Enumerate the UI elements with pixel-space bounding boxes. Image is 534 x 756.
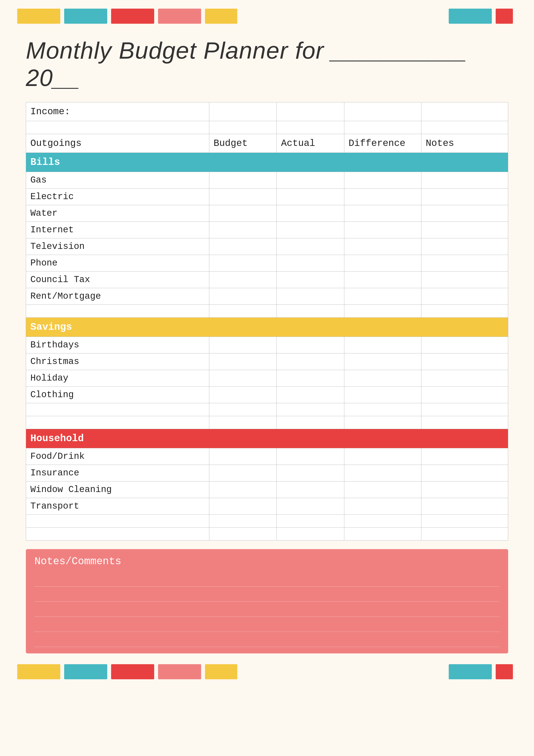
income-diff <box>344 102 421 121</box>
top-bar-yellow <box>17 9 60 24</box>
row-electric: Electric <box>26 189 508 205</box>
label-window-cleaning: Window Cleaning <box>26 481 209 498</box>
label-holiday: Holiday <box>26 370 209 387</box>
row-council-tax: Council Tax <box>26 272 508 288</box>
row-insurance: Insurance <box>26 465 508 481</box>
main-content: Income: Outgoings Budget Actual Differen… <box>0 102 534 653</box>
row-christmas: Christmas <box>26 353 508 370</box>
notes-line-4 <box>35 617 499 632</box>
label-gas: Gas <box>26 172 209 189</box>
top-bar-red <box>111 9 154 24</box>
notes-line-5 <box>35 632 499 647</box>
blank-row-4 <box>26 416 508 429</box>
row-water: Water <box>26 205 508 222</box>
bills-label: Bills <box>26 153 508 172</box>
category-bills: Bills <box>26 153 508 172</box>
gas-budget <box>209 172 276 189</box>
label-phone: Phone <box>26 255 209 272</box>
label-internet: Internet <box>26 222 209 238</box>
label-transport: Transport <box>26 498 209 515</box>
top-bar-red2 <box>496 9 513 24</box>
notes-lines <box>35 572 499 647</box>
notes-title: Notes/Comments <box>35 555 499 567</box>
blank-row-3 <box>26 403 508 416</box>
label-clothing: Clothing <box>26 387 209 403</box>
row-clothing: Clothing <box>26 387 508 403</box>
household-label: Household <box>26 429 508 448</box>
bottom-bar-red2 <box>496 664 513 679</box>
col-actual: Actual <box>277 134 344 153</box>
row-gas: Gas <box>26 172 508 189</box>
blank-row-2 <box>26 305 508 318</box>
page-title: Monthly Budget Planner for __________ 20… <box>26 37 508 92</box>
label-water: Water <box>26 205 209 222</box>
bottom-bar-red <box>111 664 154 679</box>
label-electric: Electric <box>26 189 209 205</box>
bottom-bar-pink <box>158 664 201 679</box>
income-label: Income: <box>26 102 209 121</box>
row-transport: Transport <box>26 498 508 515</box>
col-budget: Budget <box>209 134 276 153</box>
col-difference: Difference <box>344 134 421 153</box>
top-bar-teal2 <box>449 9 492 24</box>
label-rent-mortgage: Rent/Mortgage <box>26 288 209 305</box>
notes-section: Notes/Comments <box>26 549 508 653</box>
bottom-bar-teal <box>64 664 107 679</box>
top-bar-yellow2 <box>205 9 237 24</box>
label-birthdays: Birthdays <box>26 337 209 353</box>
row-holiday: Holiday <box>26 370 508 387</box>
label-insurance: Insurance <box>26 465 209 481</box>
blank-row-1 <box>26 121 508 134</box>
blank-row-5 <box>26 515 508 527</box>
top-bar-teal <box>64 9 107 24</box>
top-decorative-bars <box>0 0 534 24</box>
row-birthdays: Birthdays <box>26 337 508 353</box>
row-phone: Phone <box>26 255 508 272</box>
row-internet: Internet <box>26 222 508 238</box>
col-outgoings: Outgoings <box>26 134 209 153</box>
gas-diff <box>344 172 421 189</box>
bottom-decorative-bars <box>0 653 534 688</box>
bottom-bar-yellow <box>17 664 60 679</box>
notes-line-3 <box>35 602 499 617</box>
label-council-tax: Council Tax <box>26 272 209 288</box>
row-rent-mortgage: Rent/Mortgage <box>26 288 508 305</box>
label-food-drink: Food/Drink <box>26 448 209 465</box>
row-television: Television <box>26 238 508 255</box>
blank-row-6 <box>26 527 508 540</box>
label-television: Television <box>26 238 209 255</box>
title-section: Monthly Budget Planner for __________ 20… <box>0 24 534 102</box>
bottom-bar-yellow2 <box>205 664 237 679</box>
bottom-bar-teal2 <box>449 664 492 679</box>
col-notes: Notes <box>421 134 508 153</box>
notes-line-1 <box>35 572 499 587</box>
savings-label: Savings <box>26 318 508 337</box>
category-savings: Savings <box>26 318 508 337</box>
notes-line-2 <box>35 587 499 602</box>
row-window-cleaning: Window Cleaning <box>26 481 508 498</box>
row-food-drink: Food/Drink <box>26 448 508 465</box>
income-actual <box>277 102 344 121</box>
column-headers: Outgoings Budget Actual Difference Notes <box>26 134 508 153</box>
gas-actual <box>277 172 344 189</box>
category-household: Household <box>26 429 508 448</box>
income-row: Income: <box>26 102 508 121</box>
income-notes <box>421 102 508 121</box>
gas-notes <box>421 172 508 189</box>
budget-table: Income: Outgoings Budget Actual Differen… <box>26 102 508 540</box>
top-bar-pink <box>158 9 201 24</box>
label-christmas: Christmas <box>26 353 209 370</box>
income-budget <box>209 102 276 121</box>
